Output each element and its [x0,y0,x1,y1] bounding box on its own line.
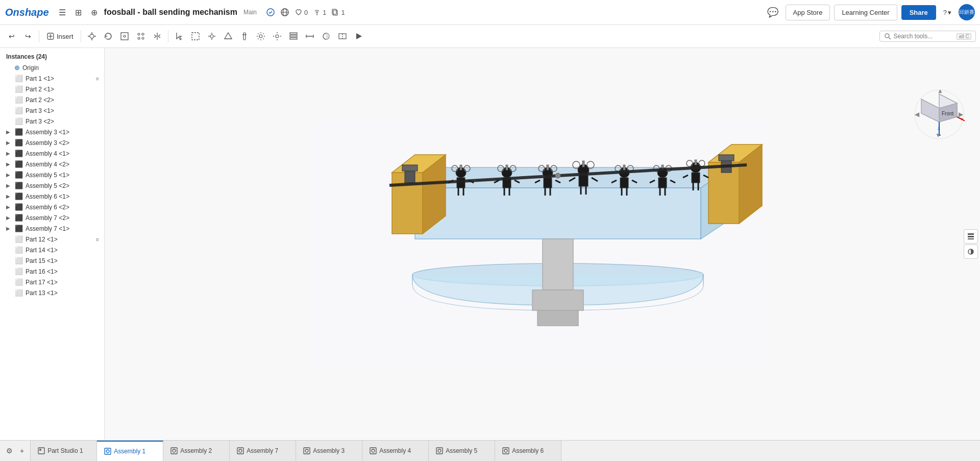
sidebar-item-part15-1[interactable]: ⬜ Part 15 <1> [0,255,104,266]
select-button[interactable] [172,28,187,44]
transform-button[interactable] [117,28,132,44]
assembly-icon: ⬛ [15,182,23,189]
tabs-list: Part Studio 1 Assembly 1 Assembly 2 Asse… [31,441,561,461]
hamburger-menu-button[interactable]: ☰ [56,6,68,19]
asm-label: Assembly 7 <2> [26,214,99,222]
sidebar-item-part12-1[interactable]: ⬜ Part 12 <1> ≡ [0,234,104,245]
help-button[interactable]: ? ▾ [940,7,954,18]
part-label: Part 3 <2> [26,118,99,125]
section-view-button[interactable] [335,28,350,44]
share-button[interactable]: Share [901,5,936,20]
onshape-logo[interactable]: Onshape [5,7,49,18]
asm-label: Assembly 3 <1> [26,129,99,136]
like-count[interactable]: 0 [295,8,308,16]
svg-rect-116 [692,173,700,183]
view-cube[interactable]: Front Z X ▲ ▲ ◀ ▶ [914,89,965,140]
part-label: Part 1 <1> [26,75,93,82]
tab-part-studio-1[interactable]: Part Studio 1 [31,441,97,461]
help-dropdown-arrow: ▾ [948,9,951,16]
assembly-tab-icon [436,447,443,454]
insert-button[interactable]: Insert [42,30,78,43]
rotate-button[interactable] [101,28,116,44]
search-tools[interactable]: alt C [879,31,976,42]
gear-button[interactable] [253,28,268,44]
sidebar-item-part3-1[interactable]: ⬜ Part 3 <1> [0,105,104,116]
sidebar-item-part17-1[interactable]: ⬜ Part 17 <1> [0,277,104,287]
sidebar-item-part1-1[interactable]: ⬜ Part 1 <1> ≡ [0,73,104,84]
svg-point-125 [555,173,560,178]
display-states-button[interactable] [964,245,978,259]
sidebar-item-asm7-2[interactable]: ▶ ⬛ Assembly 7 <2> [0,212,104,223]
toolbar-separator-1 [39,30,39,42]
sidebar-item-asm6-1[interactable]: ▶ ⬛ Assembly 6 <1> [0,191,104,202]
mate-button[interactable] [220,28,236,44]
fastener-button[interactable] [237,28,252,44]
canvas-area[interactable]: Front Z X ▲ ▲ ◀ ▶ [105,48,980,440]
tab-assembly-5[interactable]: Assembly 5 [429,441,495,461]
svg-text:Front: Front [942,111,954,116]
explode-button[interactable] [204,28,219,44]
sidebar-item-origin[interactable]: ⊕ Origin [0,62,104,73]
pattern-button[interactable] [133,28,149,44]
display-button[interactable] [318,28,334,44]
svg-point-10 [90,34,94,38]
tab-assembly-3[interactable]: Assembly 3 [296,441,362,461]
redo-button[interactable]: ↪ [20,28,36,44]
tab-assembly-3-label: Assembly 3 [313,447,345,454]
svg-rect-80 [544,178,552,188]
tab-settings-button[interactable]: ⚙ [4,445,15,456]
sidebar-item-part13-1[interactable]: ⬜ Part 13 <1> [0,287,104,298]
add-element-button[interactable]: ⊕ [88,6,100,19]
sidebar-item-part14-1[interactable]: ⬜ Part 14 <1> [0,245,104,255]
tab-assembly-1[interactable]: Assembly 1 [97,441,163,461]
tab-assembly-4-label: Assembly 4 [379,447,411,454]
link-count[interactable]: 1 [313,8,326,16]
measure-button[interactable] [302,28,317,44]
tab-assembly-7[interactable]: Assembly 7 [230,441,296,461]
asm-label: Assembly 5 <1> [26,172,99,179]
sidebar-item-asm6-2[interactable]: ▶ ⬛ Assembly 6 <2> [0,202,104,212]
properties-panel-button[interactable] [964,229,978,244]
settings-button[interactable] [270,28,285,44]
app-store-button[interactable]: App Store [786,5,830,20]
doc-globe-icon[interactable] [280,8,289,17]
sidebar-item-asm4-2[interactable]: ▶ ⬛ Assembly 4 <2> [0,159,104,169]
copy-count[interactable]: 1 [331,8,345,16]
expand-arrow: ▶ [6,204,12,210]
user-avatar[interactable]: 邱妍賽 [959,4,975,20]
part-label: Part 16 <1> [26,268,99,275]
sidebar-item-part16-1[interactable]: ⬜ Part 16 <1> [0,266,104,277]
svg-rect-107 [658,178,667,188]
filter-list-button[interactable]: ⊞ [72,6,84,19]
box-select-button[interactable] [188,28,203,44]
tab-add-button[interactable]: + [18,445,26,456]
animation-button[interactable] [351,28,366,44]
mirror-button[interactable] [150,28,165,44]
sidebar-item-asm4-1[interactable]: ▶ ⬛ Assembly 4 <1> [0,148,104,159]
search-shortcut-hint: alt C [957,33,971,40]
sidebar-item-asm3-1[interactable]: ▶ ⬛ Assembly 3 <1> [0,127,104,137]
sidebar-item-asm5-2[interactable]: ▶ ⬛ Assembly 5 <2> [0,180,104,191]
tab-assembly-6[interactable]: Assembly 6 [495,441,561,461]
sidebar-item-part2-2[interactable]: ⬜ Part 2 <2> [0,94,104,105]
chat-button[interactable]: 💬 [764,5,781,20]
bom-button[interactable] [286,28,301,44]
sidebar-item-asm7-1[interactable]: ▶ ⬛ Assembly 7 <1> [0,223,104,234]
sidebar-item-asm5-1[interactable]: ▶ ⬛ Assembly 5 <1> [0,169,104,180]
search-input[interactable] [893,33,954,40]
tab-assembly-1-label: Assembly 1 [114,448,145,455]
doc-sync-icon[interactable] [266,8,275,17]
sidebar-item-part2-1[interactable]: ⬜ Part 2 <1> [0,84,104,94]
move-button[interactable] [84,28,100,44]
sidebar-item-asm3-2[interactable]: ▶ ⬛ Assembly 3 <2> [0,137,104,148]
undo-button[interactable]: ↩ [4,28,19,44]
part-icon: ⬜ [15,75,23,82]
tab-assembly-4[interactable]: Assembly 4 [362,441,429,461]
document-title: foosball - ball sending mechanism [104,8,237,17]
learning-center-button[interactable]: Learning Center [834,5,897,20]
stack-icon: ≡ [96,236,99,242]
tab-assembly-2[interactable]: Assembly 2 [163,441,230,461]
assembly-icon: ⬛ [15,171,23,179]
sidebar-item-part3-2[interactable]: ⬜ Part 3 <2> [0,116,104,127]
assembly-icon: ⬛ [15,214,23,222]
